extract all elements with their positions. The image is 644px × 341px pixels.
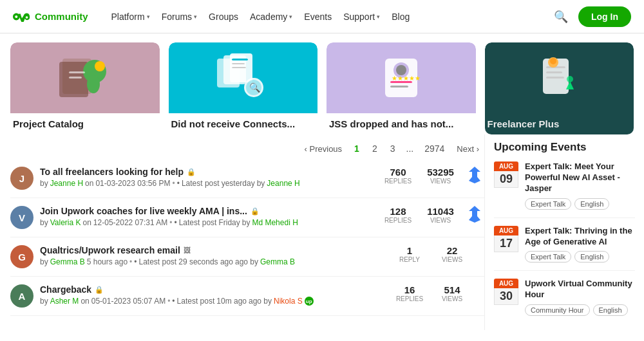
avatar: A: [10, 284, 33, 308]
logo[interactable]: Community: [13, 11, 88, 23]
card-label: JSS dropped and has not...: [327, 113, 476, 134]
svg-rect-10: [232, 59, 248, 60]
svg-rect-5: [69, 71, 85, 73]
nav-groups[interactable]: Groups: [204, 8, 243, 26]
post-meta: by Asher M on 05-01-2023 05:07 AM • • La…: [40, 297, 388, 306]
card-jss[interactable]: ★★★★★ JSS dropped and has not...: [327, 42, 476, 134]
latest-author-link[interactable]: Gemma B: [260, 257, 295, 266]
chevron-down-icon: ▾: [147, 14, 150, 20]
event-info: Upwork Virtual Community Hour Community …: [525, 279, 635, 316]
tag-expert-talk[interactable]: Expert Talk: [525, 198, 571, 210]
svg-text:🔍: 🔍: [249, 82, 261, 93]
post-stats: 1 REPLY 22 VIEWS: [394, 245, 484, 263]
nav-forums[interactable]: Forums ▾: [156, 8, 202, 26]
nav-events[interactable]: Events: [299, 8, 337, 26]
nav-platform[interactable]: Platform ▾: [106, 8, 155, 26]
latest-author-link[interactable]: Nikola S: [274, 297, 303, 306]
posts-area: ‹ Previous 1 2 3 ... 2974 Next › J To al…: [10, 134, 484, 330]
svg-rect-1: [59, 62, 88, 97]
tag-community-hour[interactable]: Community Hour: [525, 304, 590, 316]
upwork-badge: up: [305, 297, 314, 306]
post-author-link[interactable]: Jeanne H: [50, 179, 83, 188]
card-illustration: ★★★★★: [372, 52, 430, 104]
event-day: 09: [494, 171, 518, 188]
main-nav: Platform ▾ Forums ▾ Groups Academy ▾ Eve…: [106, 8, 554, 26]
sidebar-title: Upcoming Events: [494, 141, 635, 154]
page-1-button[interactable]: 1: [348, 141, 365, 156]
post-title[interactable]: Chargeback 🔒: [40, 284, 388, 295]
main-content: ‹ Previous 1 2 3 ... 2974 Next › J To al…: [0, 134, 644, 330]
page-3-button[interactable]: 3: [384, 141, 401, 156]
replies-stat: 1 REPLY: [394, 245, 425, 263]
avatar: V: [10, 206, 33, 229]
post-author-link[interactable]: Valeria K: [50, 218, 81, 227]
event-day: 30: [494, 288, 518, 305]
card-illustration: 🔍: [214, 52, 272, 104]
event-tags: Expert Talk English: [525, 198, 635, 210]
lock-icon: 🔒: [251, 207, 260, 216]
post-stats: 128 REPLIES 11043 VIEWS: [383, 206, 484, 224]
post-title[interactable]: Qualtrics/Upwork research email 🖼: [40, 245, 388, 255]
latest-author-link[interactable]: Jeanne H: [267, 179, 299, 188]
post-author-link[interactable]: Gemma B: [50, 257, 85, 266]
page-last-button[interactable]: 2974: [419, 141, 450, 156]
chevron-down-icon: ▾: [194, 14, 197, 20]
post-row: V Join Upwork coaches for live weekly AM…: [10, 198, 484, 237]
pagination: ‹ Previous 1 2 3 ... 2974 Next ›: [10, 134, 484, 159]
post-stats: 760 REPLIES 53295 VIEWS: [383, 167, 484, 185]
svg-point-18: [396, 65, 406, 75]
post-author-link[interactable]: Asher M: [50, 297, 79, 306]
views-stat: 22 VIEWS: [437, 245, 468, 263]
featured-cards: Project Catalog 🔍 Did not receive Connec…: [0, 33, 644, 134]
prev-button[interactable]: ‹ Previous: [299, 142, 348, 156]
search-icon[interactable]: 🔍: [554, 10, 568, 24]
event-title[interactable]: Upwork Virtual Community Hour: [525, 279, 635, 300]
post-title[interactable]: To all freelancers looking for help 🔒: [40, 167, 376, 177]
page-2-button[interactable]: 2: [366, 141, 383, 156]
latest-author-link[interactable]: Md Mehedi H: [252, 218, 298, 227]
card-illustration: [56, 52, 114, 104]
post-title[interactable]: Join Upwork coaches for live weekly AMA …: [40, 206, 376, 216]
tag-expert-talk[interactable]: Expert Talk: [525, 251, 571, 263]
svg-rect-24: [546, 71, 562, 73]
right-sidebar: Upcoming Events Aug 09 Expert Talk: Meet…: [484, 134, 644, 330]
tag-english[interactable]: English: [574, 198, 609, 210]
avatar: J: [10, 167, 33, 190]
card-image: 🔍: [169, 42, 318, 113]
pin-icon: [468, 167, 482, 183]
lock-icon: 🔒: [187, 168, 196, 176]
replies-stat: 760 REPLIES: [383, 167, 413, 185]
post-content: To all freelancers looking for help 🔒 by…: [40, 167, 376, 188]
post-meta: by Gemma B 5 hours ago • • Latest post 2…: [40, 257, 388, 266]
card-freelancer-plus[interactable]: Freelancer Plus: [485, 42, 634, 134]
login-button[interactable]: Log In: [578, 6, 631, 27]
nav-blog[interactable]: Blog: [386, 8, 415, 26]
tag-english[interactable]: English: [593, 304, 628, 316]
svg-point-29: [567, 76, 573, 82]
avatar: G: [10, 245, 33, 268]
svg-point-3: [87, 75, 100, 93]
svg-rect-25: [546, 77, 564, 78]
header-actions: 🔍 Log In: [554, 6, 631, 27]
svg-point-27: [550, 58, 556, 64]
event-date: Aug 09: [494, 161, 518, 210]
views-stat: 11043 VIEWS: [425, 206, 456, 224]
event-month: Aug: [494, 279, 518, 288]
event-title[interactable]: Expert Talk: Thriving in the Age of Gene…: [525, 226, 635, 248]
tag-english[interactable]: English: [574, 251, 609, 263]
card-project-catalog[interactable]: Project Catalog: [10, 42, 160, 134]
event-info: Expert Talk: Thriving in the Age of Gene…: [525, 226, 635, 263]
card-connects[interactable]: 🔍 Did not receive Connects...: [169, 42, 318, 134]
card-image: [10, 42, 160, 113]
post-row: J To all freelancers looking for help 🔒 …: [10, 159, 484, 198]
nav-support[interactable]: Support ▾: [338, 8, 385, 26]
upwork-logo-icon: [13, 11, 31, 23]
event-item: Aug 09 Expert Talk: Meet Your Powerful N…: [494, 161, 635, 218]
header: Community Platform ▾ Forums ▾ Groups Aca…: [0, 0, 644, 33]
event-title[interactable]: Expert Talk: Meet Your Powerful New AI A…: [525, 161, 635, 194]
card-image: [485, 42, 634, 113]
event-date: Aug 17: [494, 226, 518, 263]
next-button[interactable]: Next ›: [451, 142, 484, 156]
image-icon: 🖼: [184, 246, 191, 254]
nav-academy[interactable]: Academy ▾: [245, 8, 298, 26]
